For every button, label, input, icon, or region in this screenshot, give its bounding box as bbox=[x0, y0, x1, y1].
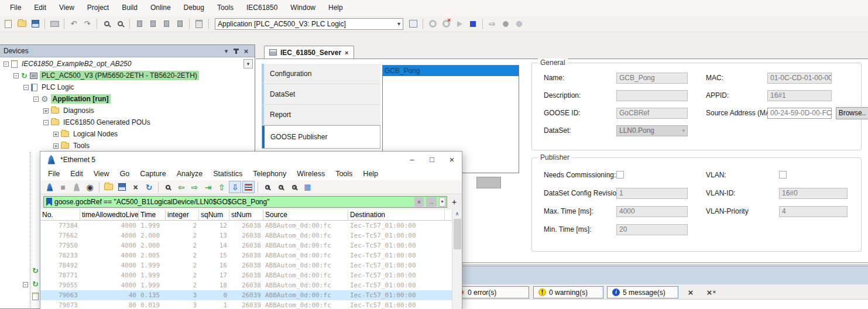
maximize-icon[interactable]: □ bbox=[422, 152, 442, 167]
ws-menu-wireless[interactable]: Wireless bbox=[291, 167, 330, 180]
clear-bookmarks-icon[interactable] bbox=[174, 18, 186, 30]
resize-columns-icon[interactable]: ▦ bbox=[301, 181, 314, 193]
name-field[interactable]: GCB_Pong bbox=[616, 73, 688, 84]
tree-expander[interactable]: + bbox=[43, 108, 49, 114]
close-capture-icon[interactable]: × bbox=[129, 181, 142, 193]
stop-icon[interactable] bbox=[467, 18, 479, 30]
column-header-integer[interactable]: integer bbox=[166, 210, 199, 220]
mac-field[interactable]: 01-0C-CD-01-00-00 bbox=[767, 73, 832, 84]
apply-filter-icon[interactable]: → bbox=[426, 197, 437, 207]
column-header-stnum[interactable]: stNum bbox=[229, 210, 263, 220]
packet-row[interactable]: 7849240001.99921626038ABBAutom_0d:00:fcI… bbox=[40, 260, 452, 270]
packet-row[interactable]: 7823340002.00521526038ABBAutom_0d:00:fcI… bbox=[40, 250, 452, 260]
previous-bookmark-icon[interactable] bbox=[160, 18, 172, 30]
tree-item-iec61850-generated-pous[interactable]: -IEC61850 Generated POUs bbox=[0, 116, 255, 128]
open-capture-icon[interactable] bbox=[102, 181, 115, 193]
warnings-filter-button[interactable]: ! 0 warning(s) bbox=[533, 286, 603, 298]
tree-item-plc-logic[interactable]: -PLC Logic bbox=[0, 81, 255, 93]
ws-menu-tools[interactable]: Tools bbox=[330, 167, 358, 180]
reload-icon[interactable]: ↻ bbox=[143, 181, 155, 193]
clear-message-icon[interactable]: × bbox=[685, 286, 697, 298]
packet-row[interactable]: 7905540001.99921826038ABBAutom_0d:00:fcI… bbox=[40, 280, 452, 290]
clear-all-messages-icon[interactable]: ×× bbox=[704, 286, 715, 298]
tree-expander[interactable]: - bbox=[23, 85, 29, 90]
menu-help[interactable]: Help bbox=[322, 0, 349, 16]
column-header-no[interactable]: No. bbox=[40, 210, 80, 220]
run-icon[interactable] bbox=[454, 18, 465, 30]
build-icon[interactable] bbox=[407, 18, 419, 30]
browse-button[interactable]: Browse.. bbox=[836, 107, 868, 119]
close-window-icon[interactable]: × bbox=[442, 152, 462, 167]
tree-item-plc-ac500-v3-pm5650-2eth-tb5620-2eth[interactable]: -↻PLC_AC500_V3 (PM5650-2ETH - TB5620-2ET… bbox=[0, 70, 255, 81]
column-header-source[interactable]: Source bbox=[263, 210, 348, 220]
section-report[interactable]: Report bbox=[262, 105, 380, 125]
tab-iec-61850-server[interactable]: IEC_61850_Server × bbox=[264, 46, 354, 59]
save-capture-icon[interactable] bbox=[116, 181, 128, 193]
dataset-select[interactable]: LLN0.Pong▾ bbox=[616, 125, 688, 136]
ws-menu-analyze[interactable]: Analyze bbox=[171, 167, 208, 180]
menu-window[interactable]: Window bbox=[284, 0, 322, 16]
close-tab-icon[interactable]: × bbox=[345, 49, 348, 56]
column-header-time[interactable]: Time bbox=[139, 210, 166, 220]
find-icon[interactable] bbox=[101, 18, 112, 30]
packet-row[interactable]: 79063400.1353026039ABBAutom_0d:00:fcIec-… bbox=[40, 290, 452, 300]
paste-icon[interactable] bbox=[193, 18, 205, 30]
auto-scroll-icon[interactable]: ⇩ bbox=[229, 181, 241, 193]
ws-menu-capture[interactable]: Capture bbox=[135, 167, 171, 180]
packet-row[interactable]: 7766240002.00021326038ABBAutom_0d:00:fcI… bbox=[40, 231, 452, 241]
tree-item-application-run[interactable]: -⚙Application [run] bbox=[0, 93, 255, 105]
open-file-icon[interactable] bbox=[16, 18, 28, 30]
menu-iec61850[interactable]: IEC61850 bbox=[240, 0, 284, 16]
tree-expander[interactable]: - bbox=[43, 120, 49, 125]
go-first-packet-icon[interactable]: ⇧ bbox=[215, 181, 228, 193]
tree-item-diagnosis[interactable]: +Diagnosis bbox=[0, 105, 255, 116]
wireshark-titlebar[interactable]: *Ethernet 5 – □ × bbox=[40, 152, 462, 167]
section-dataset[interactable]: DataSet bbox=[262, 84, 380, 105]
menu-project[interactable]: Project bbox=[81, 0, 115, 16]
menu-build[interactable]: Build bbox=[115, 0, 144, 16]
zoom-reset-icon[interactable]: = bbox=[288, 181, 300, 193]
needs-commissioning-checkbox[interactable] bbox=[616, 171, 624, 178]
tree-expander[interactable]: - bbox=[23, 282, 28, 287]
menu-tools[interactable]: Tools bbox=[211, 0, 240, 16]
gcb-list-item-gcb-pong[interactable]: GCB_Pong bbox=[383, 66, 519, 76]
tree-expander[interactable]: - bbox=[4, 61, 9, 67]
clear-filter-icon[interactable]: × bbox=[414, 197, 424, 207]
undo-icon[interactable]: ↶ bbox=[68, 18, 80, 30]
menu-debug[interactable]: Debug bbox=[177, 0, 211, 16]
appid-field[interactable]: 16#1 bbox=[767, 90, 832, 101]
tree-expander[interactable]: - bbox=[13, 73, 19, 78]
section-configuration[interactable]: Configuration bbox=[262, 64, 380, 84]
tree-expander[interactable]: - bbox=[33, 97, 39, 102]
tree-item-logical-nodes[interactable]: +Logical Nodes bbox=[0, 128, 255, 140]
messages-filter-button[interactable]: i 5 message(s) bbox=[607, 286, 678, 298]
column-header-sqnum[interactable]: sqNum bbox=[199, 210, 229, 220]
description-field[interactable] bbox=[616, 90, 688, 101]
zoom-out-icon[interactable]: − bbox=[275, 181, 287, 193]
zoom-in-icon[interactable]: + bbox=[261, 181, 273, 193]
column-header-timeallowedtolive[interactable]: timeAllowedtoLive bbox=[80, 210, 139, 220]
capture-options-icon[interactable]: ◉ bbox=[84, 181, 96, 193]
ws-menu-go[interactable]: Go bbox=[115, 167, 135, 180]
active-application-combo[interactable]: Application [PLC_AC500_V3: PLC Logic] ▾ bbox=[215, 18, 403, 30]
vlan-priority-field[interactable]: 4 bbox=[779, 206, 848, 217]
ws-menu-help[interactable]: Help bbox=[358, 167, 383, 180]
menu-file[interactable]: File bbox=[4, 0, 28, 16]
ws-menu-edit[interactable]: Edit bbox=[65, 167, 88, 180]
vlan-id-field[interactable]: 16#0 bbox=[779, 188, 848, 199]
min-time-ms-field[interactable]: 20 bbox=[616, 224, 688, 235]
ws-menu-file[interactable]: File bbox=[43, 167, 65, 180]
packet-row[interactable]: 79073800.0193126039ABBAutom_0d:00:fcIec-… bbox=[40, 300, 452, 309]
menu-view[interactable]: View bbox=[53, 0, 81, 16]
packet-row[interactable]: 7795040002.00021426038ABBAutom_0d:00:fcI… bbox=[40, 241, 452, 250]
filter-bookmark-icon[interactable] bbox=[46, 198, 52, 206]
start-capture-icon[interactable] bbox=[43, 181, 56, 193]
vlan-checkbox[interactable] bbox=[779, 171, 787, 178]
packet-row[interactable]: 7877140001.99921726038ABBAutom_0d:00:fcI… bbox=[40, 270, 452, 280]
breakpoint-icon[interactable] bbox=[500, 18, 512, 30]
go-forward-icon[interactable]: ⇨ bbox=[188, 181, 201, 193]
errors-filter-button[interactable]: 0 error(s) bbox=[452, 286, 529, 298]
menu-online[interactable]: Online bbox=[144, 0, 177, 16]
ws-menu-telephony[interactable]: Telephony bbox=[248, 167, 291, 180]
tree-item-tools[interactable]: +Tools bbox=[0, 140, 255, 152]
